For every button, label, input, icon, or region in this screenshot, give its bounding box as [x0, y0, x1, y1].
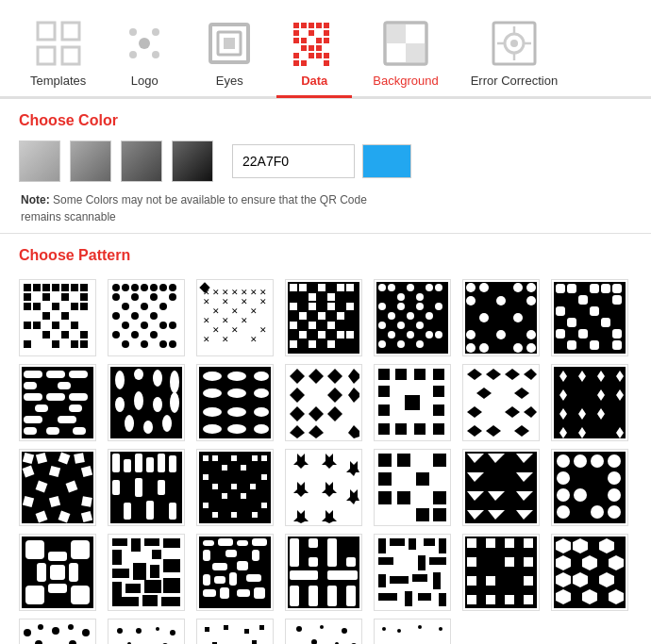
pattern-item[interactable]	[462, 449, 540, 526]
svg-rect-202	[567, 284, 576, 293]
pattern-item[interactable]	[551, 364, 628, 441]
svg-rect-137	[327, 293, 335, 301]
svg-point-188	[496, 296, 506, 305]
pattern-item[interactable]	[196, 449, 274, 526]
svg-rect-223	[58, 382, 71, 389]
color-swatch-4[interactable]	[172, 140, 213, 182]
svg-point-399	[557, 454, 570, 468]
svg-rect-207	[612, 295, 622, 305]
svg-point-404	[608, 471, 621, 485]
pattern-item[interactable]	[374, 364, 451, 441]
pattern-item[interactable]	[108, 534, 185, 611]
svg-rect-221	[69, 371, 88, 378]
svg-point-94	[141, 322, 148, 329]
svg-text:✕: ✕	[250, 288, 258, 297]
color-section-title: Choose Color	[19, 112, 632, 129]
color-swatch-2[interactable]	[70, 140, 111, 182]
pattern-item[interactable]	[462, 279, 540, 356]
svg-point-176	[426, 331, 433, 339]
pattern-item[interactable]	[19, 619, 96, 644]
pattern-item[interactable]	[19, 449, 96, 526]
nav-item-logo[interactable]: Logo	[107, 11, 182, 98]
pattern-item[interactable]	[374, 279, 451, 356]
pattern-item[interactable]	[285, 534, 362, 611]
pattern-item[interactable]	[19, 279, 96, 356]
svg-rect-502	[505, 595, 514, 604]
svg-rect-500	[467, 595, 476, 604]
nav-item-background[interactable]: Background	[361, 11, 449, 98]
color-hex-input[interactable]	[232, 144, 355, 178]
pattern-item[interactable]	[196, 619, 274, 644]
svg-point-79	[141, 284, 148, 291]
pattern-item[interactable]	[551, 279, 628, 356]
svg-point-166	[416, 303, 424, 310]
nav-item-data[interactable]: Data	[276, 11, 352, 98]
color-swatch-3[interactable]	[121, 140, 162, 182]
svg-rect-277	[433, 369, 444, 380]
pattern-item[interactable]	[285, 619, 362, 644]
pattern-item[interactable]	[462, 364, 540, 441]
svg-rect-490	[467, 538, 476, 548]
svg-text:✕: ✕	[203, 288, 210, 297]
svg-rect-30	[324, 53, 329, 58]
svg-text:✕: ✕	[231, 325, 239, 335]
svg-rect-29	[316, 53, 322, 58]
svg-rect-499	[524, 576, 533, 586]
pattern-item[interactable]	[374, 449, 451, 526]
svg-rect-454	[246, 574, 261, 582]
svg-rect-32	[301, 60, 307, 66]
pattern-item[interactable]: ✕ ✕ ✕ ✕ ✕ ✕ ✕ ✕ ✕ ✕ ✕ ✕ ✕ ✕ ✕ ✕ ✕ ✕ ✕ ✕	[196, 279, 274, 356]
svg-rect-15	[316, 23, 322, 28]
pattern-item[interactable]	[196, 534, 274, 611]
pattern-item[interactable]	[374, 619, 451, 644]
svg-point-196	[479, 343, 489, 353]
pattern-item[interactable]	[196, 364, 274, 441]
color-preview-swatch[interactable]	[362, 144, 411, 178]
svg-rect-358	[222, 493, 227, 499]
nav-item-eyes[interactable]: Eyes	[192, 11, 267, 98]
nav-item-templates[interactable]: Templates	[19, 11, 97, 98]
color-swatch-1[interactable]	[19, 140, 60, 182]
svg-rect-482	[390, 576, 409, 584]
svg-point-103	[169, 340, 176, 348]
svg-point-40	[510, 40, 518, 47]
pattern-item[interactable]	[551, 449, 628, 526]
svg-rect-458	[254, 587, 265, 599]
svg-rect-445	[252, 538, 267, 546]
svg-rect-26	[316, 45, 322, 51]
pattern-item[interactable]	[462, 534, 540, 611]
svg-point-406	[574, 488, 587, 502]
svg-rect-283	[378, 423, 390, 435]
svg-rect-380	[378, 491, 392, 504]
svg-rect-31	[293, 60, 299, 66]
svg-point-241	[153, 397, 162, 412]
svg-rect-337	[158, 454, 165, 472]
pattern-item[interactable]	[551, 534, 628, 611]
svg-rect-51	[61, 284, 69, 291]
svg-rect-205	[612, 284, 622, 293]
pattern-item[interactable]	[374, 534, 451, 611]
svg-rect-346	[203, 455, 209, 461]
pattern-item[interactable]	[108, 364, 185, 441]
svg-rect-206	[578, 295, 588, 305]
svg-text:✕: ✕	[259, 288, 267, 297]
pattern-item[interactable]	[285, 364, 362, 441]
pattern-item[interactable]	[285, 449, 362, 526]
pattern-item[interactable]	[108, 619, 185, 644]
svg-rect-53	[80, 284, 88, 291]
pattern-item[interactable]	[285, 279, 362, 356]
svg-rect-13	[301, 23, 307, 28]
svg-rect-448	[252, 550, 259, 561]
pattern-item[interactable]	[19, 364, 96, 441]
pattern-item[interactable]	[108, 279, 185, 356]
svg-point-175	[407, 331, 414, 339]
svg-point-76	[112, 284, 120, 291]
pattern-item[interactable]	[108, 449, 185, 526]
svg-rect-486	[405, 591, 412, 606]
nav-item-error-correction[interactable]: Error Correction	[459, 11, 569, 98]
pattern-item[interactable]	[19, 534, 96, 611]
svg-rect-483	[412, 574, 427, 582]
svg-point-173	[416, 322, 424, 329]
svg-point-195	[466, 343, 476, 353]
svg-rect-481	[378, 574, 386, 587]
